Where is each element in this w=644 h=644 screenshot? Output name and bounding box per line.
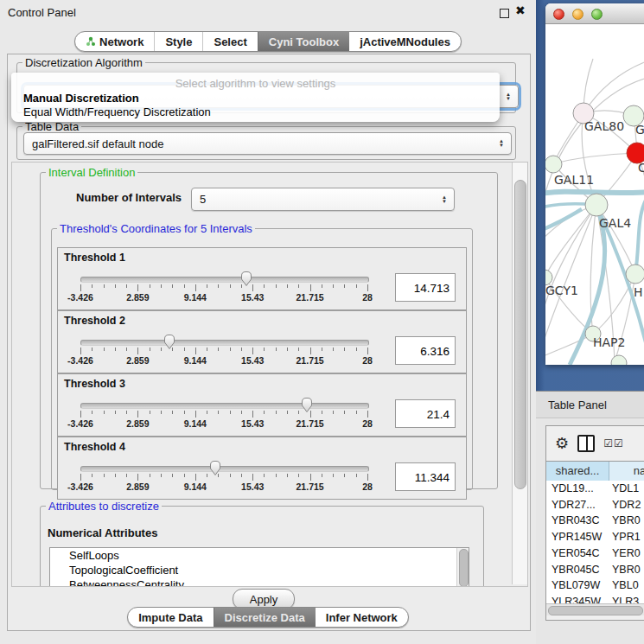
- float-window-icon[interactable]: [500, 9, 509, 18]
- threshold-label: Threshold 4: [64, 441, 125, 453]
- network-window-titlebar[interactable]: [545, 3, 644, 24]
- columns-icon[interactable]: [577, 435, 595, 452]
- tab-network[interactable]: Network: [75, 32, 154, 51]
- node-label-hap2: HAP2: [593, 335, 625, 349]
- tab-style[interactable]: Style: [154, 32, 202, 51]
- node-label-g: G: [635, 123, 644, 137]
- numerical-attributes-list[interactable]: SelfLoopsTopologicalCoefficientBetweenne…: [49, 547, 469, 587]
- screen: Control Panel ✖ NetworkStyleSelectCyni T…: [0, 0, 644, 644]
- threshold-block-3: Threshold 3-3.4262.8599.14415.4321.71528…: [57, 373, 467, 437]
- node-label-h: H: [634, 285, 643, 299]
- slider-ticks: [80, 284, 367, 292]
- column-header-name[interactable]: na: [609, 462, 644, 481]
- network-window: GAL80GCGAL11GAL4GCY1HHAP2: [545, 3, 644, 365]
- table-row[interactable]: YDR27...YDR2: [546, 497, 644, 513]
- minimize-traffic-light-icon[interactable]: [572, 9, 583, 20]
- node-label-gal80: GAL80: [584, 119, 624, 133]
- node-bottom[interactable]: [611, 355, 627, 365]
- slider-ticks: [80, 348, 367, 355]
- node-label-gcy1: GCY1: [545, 284, 578, 297]
- attributes-scrollbar[interactable]: [456, 548, 469, 587]
- threshold-value-field[interactable]: 6.316: [395, 336, 456, 365]
- table-data-legend: Table Data: [22, 120, 81, 133]
- number-of-intervals-value: 5: [200, 193, 206, 206]
- table-header-row: shared... na: [546, 461, 644, 482]
- popup-hint: Select algorithm to view settings: [11, 77, 500, 90]
- top-tab-bar: NetworkStyleSelectCyni ToolboxjActiveMNo…: [0, 31, 536, 52]
- thresholds-legend: Threshold's Coordinates for 5 Intervals: [57, 222, 255, 235]
- close-traffic-light-icon[interactable]: [553, 9, 564, 20]
- slider-tick-labels: -3.4262.8599.14415.4321.71528: [80, 292, 367, 303]
- attribute-item[interactable]: SelfLoops: [50, 548, 469, 563]
- slider-ticks: [80, 474, 367, 481]
- threshold-block-4: Threshold 4-3.4262.8599.14415.4321.71528…: [57, 437, 467, 500]
- table-panel-title: Table Panel: [548, 399, 607, 411]
- combo-arrows-icon: ▲▼: [442, 195, 447, 204]
- attribute-item[interactable]: BetweennessCentrality: [50, 577, 469, 587]
- table-data-combobox[interactable]: galFiltered.sif default node ▲▼: [23, 132, 512, 155]
- network-tree-icon: [86, 36, 96, 47]
- node-label-c: C: [638, 161, 644, 175]
- discretization-algorithm-legend: Discretization Algorithm: [22, 56, 145, 69]
- slider-tick-labels: -3.4262.8599.14415.4321.71528: [80, 481, 367, 492]
- interval-definition-group: Interval Definition Number of Intervals …: [40, 166, 498, 489]
- table-row[interactable]: YLR345WYLR3: [546, 594, 644, 603]
- cyni-toolbox-panel: Discretization Algorithm ▲▼ Table Data g…: [7, 54, 531, 631]
- table-row[interactable]: YDL19...YDL1: [546, 481, 644, 497]
- algorithm-popup: Select algorithm to view settings Manual…: [11, 73, 500, 122]
- close-icon[interactable]: ✖: [515, 3, 526, 17]
- table-toolbar: ⚙ ☑☑: [546, 426, 644, 461]
- settings-scroll-area: Interval Definition Number of Intervals …: [11, 162, 528, 587]
- node-gal11[interactable]: [545, 156, 562, 173]
- tab-jactivemnodules[interactable]: jActiveMNodules: [349, 32, 461, 51]
- attributes-group: Attributes to discretize Numerical Attri…: [40, 500, 484, 587]
- main-vertical-scrollbar[interactable]: [512, 163, 527, 584]
- table-row[interactable]: YBR045CYBR0: [546, 562, 644, 578]
- table-horizontal-scrollbar[interactable]: [546, 603, 644, 615]
- slider-thumb[interactable]: [163, 334, 176, 350]
- number-of-intervals-combobox[interactable]: 5 ▲▼: [191, 188, 455, 211]
- tab-impute-data[interactable]: Impute Data: [128, 608, 213, 627]
- slider-thumb[interactable]: [208, 460, 222, 476]
- slider-track[interactable]: [80, 277, 369, 283]
- threshold-value-field[interactable]: 21.4: [395, 399, 456, 428]
- node-gal4[interactable]: [585, 194, 608, 216]
- table-rows: YDL19...YDL1YDR27...YDR2YBR043CYBR0YPR14…: [546, 481, 644, 603]
- slider-track[interactable]: [80, 340, 369, 346]
- numerical-attributes-label: Numerical Attributes: [48, 526, 157, 539]
- slider-thumb[interactable]: [239, 271, 253, 287]
- combo-arrows-icon: ▲▼: [506, 92, 511, 101]
- network-canvas[interactable]: GAL80GCGAL11GAL4GCY1HHAP2: [545, 24, 644, 365]
- slider-ticks: [80, 411, 367, 418]
- threshold-label: Threshold 1: [64, 252, 125, 264]
- table-row[interactable]: YPR145WYPR1: [546, 529, 644, 545]
- tab-discretize-data[interactable]: Discretize Data: [214, 608, 316, 627]
- threshold-value-field[interactable]: 14.713: [395, 273, 456, 302]
- table-row[interactable]: YER054CYER0: [546, 545, 644, 562]
- threshold-value-field[interactable]: 11.344: [395, 462, 456, 491]
- popup-option-equal-width-frequency-discretization[interactable]: Equal Width/Frequency Discretization: [23, 105, 211, 118]
- table-row[interactable]: YBR043CYBR0: [546, 513, 644, 529]
- tab-infer-network[interactable]: Infer Network: [316, 608, 408, 627]
- node-h[interactable]: [626, 265, 644, 284]
- slider-thumb[interactable]: [300, 397, 314, 413]
- attributes-legend: Attributes to discretize: [46, 500, 162, 513]
- threshold-block-1: Threshold 1-3.4262.8599.14415.4321.71528…: [57, 247, 467, 310]
- attribute-item[interactable]: TopologicalCoefficient: [50, 563, 469, 577]
- column-header-shared[interactable]: shared...: [546, 462, 609, 481]
- slider-track[interactable]: [80, 403, 369, 409]
- zoom-traffic-light-icon[interactable]: [591, 9, 603, 20]
- slider-track[interactable]: [80, 466, 369, 472]
- bottom-tab-bar: Impute DataDiscretize DataInfer Network: [0, 607, 536, 628]
- popup-option-manual-discretization[interactable]: Manual Discretization: [23, 92, 139, 105]
- table-row[interactable]: YBL079WYBL0: [546, 577, 644, 594]
- table-data-value: galFiltered.sif default node: [32, 137, 163, 150]
- table-panel-header: Table Panel: [536, 391, 644, 418]
- combo-arrows-icon: ▲▼: [499, 139, 504, 148]
- select-checkboxes-icon[interactable]: ☑☑: [603, 437, 624, 450]
- tab-select[interactable]: Select: [202, 32, 257, 51]
- panel-title: Control Panel: [8, 6, 76, 19]
- tab-cyni-toolbox[interactable]: Cyni Toolbox: [258, 32, 349, 51]
- table-widget: ⚙ ☑☑ shared... na YDL19...YDL1YDR27...YD…: [545, 425, 644, 621]
- gear-icon[interactable]: ⚙: [555, 436, 569, 451]
